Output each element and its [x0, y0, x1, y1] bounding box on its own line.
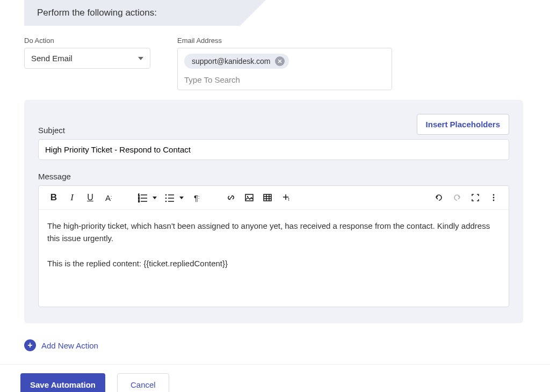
svg-point-12 [165, 201, 167, 202]
link-icon[interactable] [223, 190, 238, 205]
do-action-value: Send Email [31, 54, 73, 63]
ordered-list-icon[interactable]: 123 [135, 190, 150, 205]
svg-rect-16 [264, 194, 271, 201]
subject-input[interactable] [38, 139, 509, 160]
svg-point-25 [493, 194, 495, 196]
email-content-panel: Subject Insert Placeholders Message B I … [24, 100, 523, 323]
text-color-icon[interactable]: A∶ [101, 190, 116, 205]
svg-point-8 [165, 194, 167, 196]
rich-text-editor: B I U A∶ 123 ¶∶ [38, 185, 509, 307]
do-action-label: Do Action [24, 37, 150, 45]
do-action-select[interactable]: Send Email [24, 48, 150, 69]
email-chip-text: support@kanidesk.com [192, 57, 271, 66]
svg-point-23 [288, 200, 290, 201]
subject-label: Subject [38, 126, 65, 135]
redo-icon[interactable] [450, 190, 465, 205]
section-title: Perform the following actions: [37, 8, 157, 18]
form-footer: Save Automation Cancel [0, 364, 550, 392]
italic-icon[interactable]: I [64, 190, 79, 205]
svg-point-26 [493, 197, 495, 199]
insert-more-icon[interactable] [278, 190, 293, 205]
editor-toolbar: B I U A∶ 123 ¶∶ [39, 186, 509, 210]
add-new-action-label: Add New Action [41, 341, 98, 350]
undo-icon[interactable] [431, 190, 446, 205]
table-icon[interactable] [260, 190, 275, 205]
paragraph-format-icon[interactable]: ¶∶ [189, 190, 204, 205]
insert-placeholders-button[interactable]: Insert Placeholders [417, 114, 509, 135]
automation-actions-form: Perform the following actions: Do Action… [0, 0, 550, 392]
image-icon[interactable] [242, 190, 257, 205]
save-automation-button[interactable]: Save Automation [20, 373, 105, 392]
underline-icon[interactable]: U [83, 190, 98, 205]
do-action-field: Do Action Send Email [24, 37, 150, 69]
plus-circle-icon: + [24, 339, 36, 351]
bold-icon[interactable]: B [46, 190, 61, 205]
svg-point-24 [288, 198, 290, 199]
fullscreen-icon[interactable] [468, 190, 483, 205]
email-address-label: Email Address [177, 37, 392, 45]
email-address-field: Email Address support@kanidesk.com [177, 37, 392, 90]
email-address-input-container[interactable]: support@kanidesk.com [177, 48, 392, 90]
more-options-icon[interactable] [486, 190, 501, 205]
email-search-input[interactable] [184, 74, 385, 85]
svg-point-10 [165, 198, 167, 199]
svg-point-15 [247, 196, 248, 197]
chevron-down-icon [138, 57, 143, 60]
svg-point-27 [493, 200, 495, 201]
svg-text:3: 3 [138, 200, 140, 202]
message-label: Message [38, 172, 509, 181]
add-new-action-button[interactable]: + Add New Action [24, 339, 98, 351]
email-chip: support@kanidesk.com [184, 54, 289, 69]
cancel-button[interactable]: Cancel [117, 373, 169, 392]
unordered-list-options-icon[interactable] [179, 197, 184, 199]
action-config-row: Do Action Send Email Email Address suppo… [24, 37, 523, 90]
unordered-list-icon[interactable] [162, 190, 177, 205]
message-body-input[interactable]: The high-priority ticket, which hasn't b… [39, 210, 509, 307]
ordered-list-options-icon[interactable] [153, 197, 157, 199]
remove-email-icon[interactable] [275, 56, 285, 66]
section-header: Perform the following actions: [24, 0, 239, 26]
